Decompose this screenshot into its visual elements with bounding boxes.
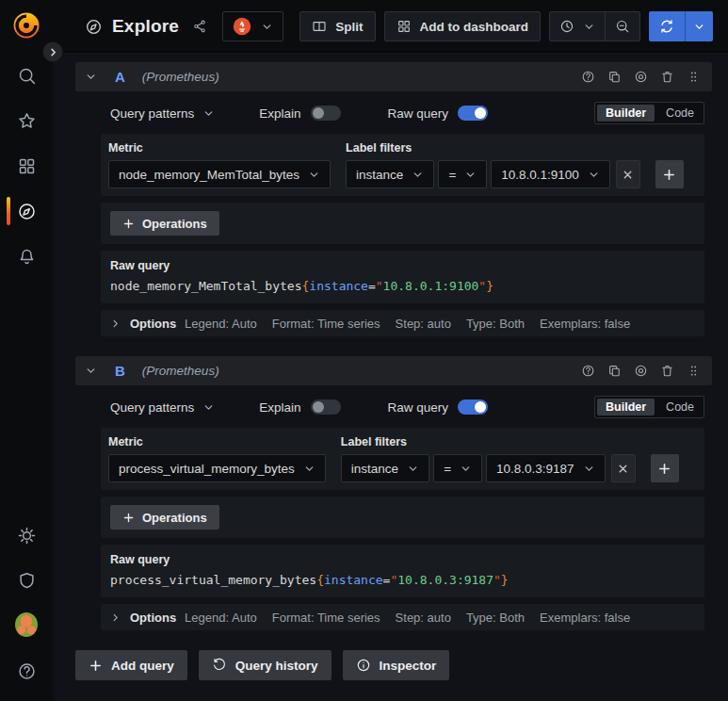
add-query-button[interactable]: Add query (75, 650, 187, 680)
run-query-button[interactable] (649, 11, 685, 41)
sidebar-item-alerting[interactable] (15, 245, 38, 268)
raw-query-panel: Raw query node_memory_MemTotal_bytes{ins… (101, 251, 704, 303)
chevron-down-icon (308, 169, 320, 181)
label-filters-label: Label filters (346, 141, 684, 155)
label-value-select[interactable]: 10.8.0.3:9187 (486, 454, 606, 482)
remove-filter-button[interactable] (611, 454, 636, 482)
options-toggle-row[interactable]: Options Legend: Auto Format: Time series… (101, 310, 704, 336)
sidebar-item-dashboards[interactable] (15, 155, 38, 177)
metric-select[interactable]: node_memory_MemTotal_bytes (108, 160, 331, 188)
collapse-chevron-icon[interactable] (85, 365, 97, 377)
raw-query-toggle[interactable] (458, 399, 488, 415)
query-history-button[interactable]: Query history (199, 650, 332, 680)
explain-toggle[interactable] (311, 399, 341, 415)
duplicate-query-button[interactable] (607, 364, 622, 378)
query-help-button[interactable] (581, 364, 595, 378)
disable-query-button[interactable] (634, 70, 648, 84)
label-filters-label: Label filters (341, 435, 679, 448)
sidebar-expand-button[interactable] (42, 41, 63, 62)
nav-sidebar (0, 0, 53, 701)
disable-query-button[interactable] (634, 364, 648, 378)
history-icon (212, 658, 227, 673)
run-query-interval-dropdown[interactable] (685, 11, 713, 41)
collapse-chevron-icon[interactable] (85, 71, 97, 83)
share-shortlink-button[interactable] (192, 19, 207, 34)
prometheus-logo-icon (233, 17, 251, 36)
explain-label: Explain (259, 400, 300, 415)
remove-filter-button[interactable] (616, 160, 640, 188)
chevron-down-icon (261, 21, 273, 33)
zoom-out-time-button[interactable] (605, 12, 639, 41)
query-editor-body: Query patterns Explain Raw query Builder… (75, 91, 712, 336)
times-icon (617, 463, 629, 475)
chevron-down-icon (693, 21, 705, 33)
option-step: Step: auto (396, 317, 451, 331)
inspector-button[interactable]: Inspector (343, 650, 450, 680)
sidebar-item-help[interactable] (15, 660, 38, 682)
label-name-select[interactable]: instance (346, 160, 434, 188)
search-icon (17, 66, 37, 86)
query-header-b[interactable]: B (Prometheus) (75, 356, 712, 385)
copy-icon (607, 364, 622, 378)
chevron-down-icon (202, 401, 215, 414)
add-operation-button[interactable]: Operations (110, 211, 219, 236)
option-type: Type: Both (466, 317, 525, 331)
code-mode-option[interactable]: Code (656, 397, 704, 417)
option-legend: Legend: Auto (185, 317, 257, 331)
explain-toggle[interactable] (311, 106, 341, 121)
grafana-logo[interactable] (10, 9, 42, 41)
sidebar-item-search[interactable] (15, 64, 38, 87)
builder-mode-option[interactable]: Builder (597, 399, 655, 416)
remove-query-button[interactable] (660, 364, 674, 378)
sidebar-item-profile[interactable] (15, 613, 38, 636)
query-help-button[interactable] (581, 70, 595, 84)
chevron-right-icon (110, 318, 121, 329)
options-toggle-row[interactable]: Options Legend: Auto Format: Time series… (101, 604, 704, 630)
add-operation-button[interactable]: Operations (110, 505, 219, 530)
metric-select[interactable]: process_virtual_memory_bytes (108, 454, 326, 482)
query-datasource-label: (Prometheus) (142, 364, 219, 378)
raw-query-title: Raw query (110, 553, 695, 566)
time-picker-button[interactable] (550, 12, 605, 41)
label-operator-select[interactable]: = (438, 160, 487, 188)
chevron-down-icon (583, 21, 595, 33)
chevron-down-icon (460, 463, 472, 475)
query-row-a: A (Prometheus) Query patterns Explain (75, 62, 712, 336)
option-exemplars: Exemplars: false (540, 317, 630, 331)
operations-panel: Operations (101, 497, 704, 538)
query-patterns-dropdown[interactable]: Query patterns (110, 106, 215, 121)
remove-query-button[interactable] (660, 70, 674, 84)
add-filter-button[interactable] (655, 160, 684, 188)
sidebar-item-server-admin[interactable] (15, 569, 38, 592)
add-to-dashboard-button[interactable]: Add to dashboard (384, 11, 542, 41)
chevron-down-icon (407, 463, 419, 475)
query-patterns-dropdown[interactable]: Query patterns (110, 400, 215, 415)
query-header-a[interactable]: A (Prometheus) (75, 62, 712, 91)
question-circle-icon (581, 70, 595, 84)
raw-query-toggle[interactable] (458, 106, 488, 121)
grip-dots-icon (687, 364, 701, 378)
label-operator-select[interactable]: = (433, 454, 482, 482)
secondary-actions: Add query Query history Inspector (75, 650, 712, 680)
drag-handle[interactable] (687, 70, 701, 84)
duplicate-query-button[interactable] (607, 70, 622, 84)
code-mode-option[interactable]: Code (656, 103, 704, 123)
builder-mode-option[interactable]: Builder (597, 105, 655, 122)
raw-query-text: node_memory_MemTotal_bytes{instance="10.… (110, 279, 695, 293)
user-avatar (15, 612, 38, 637)
query-actions (581, 364, 701, 378)
raw-query-toggle-label: Raw query (388, 400, 449, 415)
copy-icon (607, 70, 622, 84)
question-circle-icon (17, 661, 37, 681)
label-name-select[interactable]: instance (341, 454, 429, 482)
split-button[interactable]: Split (299, 11, 375, 41)
gear-icon (17, 526, 37, 546)
sidebar-item-explore[interactable] (15, 200, 38, 222)
sidebar-item-starred[interactable] (15, 109, 38, 132)
datasource-picker[interactable] (222, 11, 283, 41)
label-value-select[interactable]: 10.8.0.1:9100 (491, 160, 610, 188)
add-filter-button[interactable] (651, 454, 679, 482)
drag-handle[interactable] (687, 364, 701, 378)
plus-icon (662, 168, 676, 182)
sidebar-item-settings[interactable] (15, 524, 38, 546)
